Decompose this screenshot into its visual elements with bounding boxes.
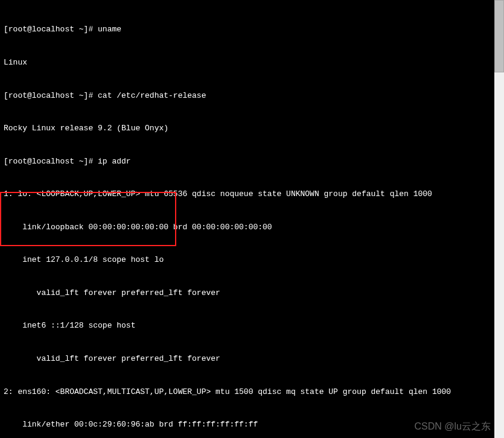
terminal-line: inet 127.0.0.1/8 scope host lo: [4, 255, 500, 265]
watermark-text: CSDN @lu云之东: [415, 421, 491, 433]
terminal-line: Linux: [4, 57, 500, 68]
terminal-line: valid_lft forever preferred_lft forever: [4, 354, 500, 364]
terminal-line: 1: lo: <LOOPBACK,UP,LOWER_UP> mtu 65536 …: [4, 189, 500, 200]
terminal-line: [root@localhost ~]# cat /etc/redhat-rele…: [4, 90, 500, 101]
terminal-line: inet6 ::1/128 scope host: [4, 320, 500, 331]
terminal-line: link/loopback 00:00:00:00:00:00 brd 00:0…: [4, 222, 500, 233]
terminal-line: [root@localhost ~]# uname: [4, 24, 500, 35]
terminal-line: [root@localhost ~]# ip addr: [4, 156, 500, 167]
terminal-line: valid_lft forever preferred_lft forever: [4, 288, 500, 299]
terminal-line: 2: ens160: <BROADCAST,MULTICAST,UP,LOWER…: [4, 387, 500, 398]
highlight-annotation: [0, 192, 176, 246]
terminal-line: Rocky Linux release 9.2 (Blue Onyx): [4, 123, 500, 134]
terminal-output[interactable]: [root@localhost ~]# uname Linux [root@lo…: [0, 0, 504, 438]
